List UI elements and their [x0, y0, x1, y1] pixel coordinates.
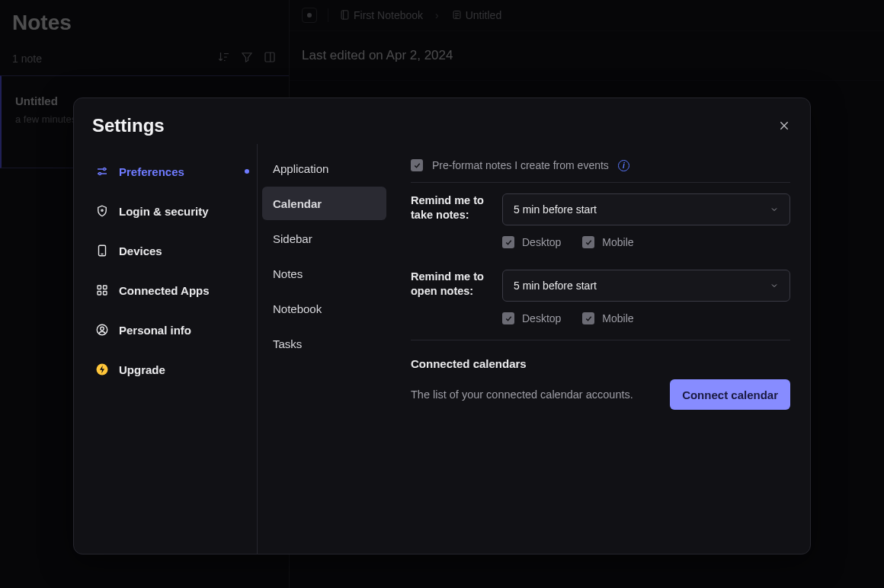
select-value: 5 min before start: [514, 280, 597, 292]
select-value: 5 min before start: [514, 203, 597, 216]
modal-overlay: Settings Preferences Login & security: [0, 0, 884, 588]
svg-rect-10: [104, 292, 107, 296]
subnav-sidebar[interactable]: Sidebar: [262, 222, 386, 255]
info-icon[interactable]: i: [618, 160, 629, 171]
sliders-icon: [95, 165, 109, 178]
preformat-checkbox[interactable]: [411, 159, 423, 171]
connect-calendar-button[interactable]: Connect calendar: [670, 379, 790, 410]
active-dot-icon: [245, 169, 249, 174]
connected-calendars-title: Connected calendars: [411, 345, 790, 370]
mobile-label: Mobile: [602, 312, 633, 324]
subnav-application[interactable]: Application: [262, 152, 386, 185]
nav-personal-info[interactable]: Personal info: [83, 310, 257, 350]
nav-label: Login & security: [119, 205, 209, 218]
remind-take-mobile-checkbox[interactable]: [582, 236, 594, 248]
calendar-settings-panel: Pre-format notes I create from events i …: [391, 144, 810, 554]
nav-devices[interactable]: Devices: [83, 231, 257, 270]
close-button[interactable]: [775, 117, 793, 135]
nav-connected-apps[interactable]: Connected Apps: [83, 270, 257, 310]
chevron-down-icon: [770, 281, 779, 290]
mobile-label: Mobile: [602, 236, 633, 248]
device-icon: [95, 244, 109, 257]
svg-point-12: [101, 327, 104, 331]
check-icon: [504, 238, 513, 247]
remind-take-select[interactable]: 5 min before start: [502, 193, 790, 225]
remind-open-mobile-checkbox[interactable]: [582, 312, 594, 324]
settings-modal: Settings Preferences Login & security: [73, 97, 811, 554]
bolt-icon: [95, 363, 109, 376]
preformat-label: Pre-format notes I create from events: [432, 159, 609, 171]
check-icon: [413, 161, 421, 170]
nav-label: Preferences: [119, 165, 184, 178]
nav-login-security[interactable]: Login & security: [83, 191, 257, 231]
svg-rect-8: [104, 286, 107, 289]
svg-point-3: [104, 168, 106, 171]
connected-calendars-desc: The list of your connected calendar acco…: [411, 388, 633, 401]
settings-sub-nav: Application Calendar Sidebar Notes Noteb…: [257, 144, 391, 554]
desktop-label: Desktop: [522, 312, 561, 324]
check-icon: [504, 315, 513, 323]
subnav-calendar[interactable]: Calendar: [262, 187, 386, 220]
nav-label: Upgrade: [119, 363, 165, 376]
check-icon: [585, 315, 593, 323]
remind-open-desktop-checkbox[interactable]: [502, 312, 514, 324]
subnav-tasks[interactable]: Tasks: [262, 327, 386, 360]
svg-rect-7: [98, 286, 101, 289]
settings-primary-nav: Preferences Login & security Devices Con…: [74, 144, 257, 554]
nav-label: Devices: [119, 244, 162, 257]
desktop-label: Desktop: [522, 236, 561, 248]
svg-point-4: [99, 173, 101, 175]
nav-upgrade[interactable]: Upgrade: [83, 350, 257, 389]
settings-title: Settings: [92, 115, 165, 136]
remind-open-notes-row: Remind me to open notes: 5 min before st…: [411, 259, 790, 335]
close-icon: [778, 120, 790, 132]
subnav-notes[interactable]: Notes: [262, 257, 386, 290]
nav-preferences[interactable]: Preferences: [83, 152, 257, 191]
remind-take-notes-row: Remind me to take notes: 5 min before st…: [411, 183, 790, 259]
subnav-notebook[interactable]: Notebook: [262, 292, 386, 325]
remind-open-label: Remind me to open notes:: [411, 270, 484, 332]
svg-point-5: [101, 209, 103, 211]
remind-take-desktop-checkbox[interactable]: [502, 236, 514, 248]
remind-open-select[interactable]: 5 min before start: [502, 270, 790, 302]
check-icon: [585, 238, 593, 247]
chevron-down-icon: [770, 205, 779, 214]
shield-icon: [95, 204, 109, 218]
svg-rect-9: [98, 292, 101, 296]
nav-label: Personal info: [119, 324, 191, 337]
nav-label: Connected Apps: [119, 284, 210, 297]
remind-take-label: Remind me to take notes:: [411, 193, 484, 256]
user-icon: [95, 323, 109, 337]
divider: [411, 340, 790, 340]
apps-icon: [95, 283, 109, 297]
